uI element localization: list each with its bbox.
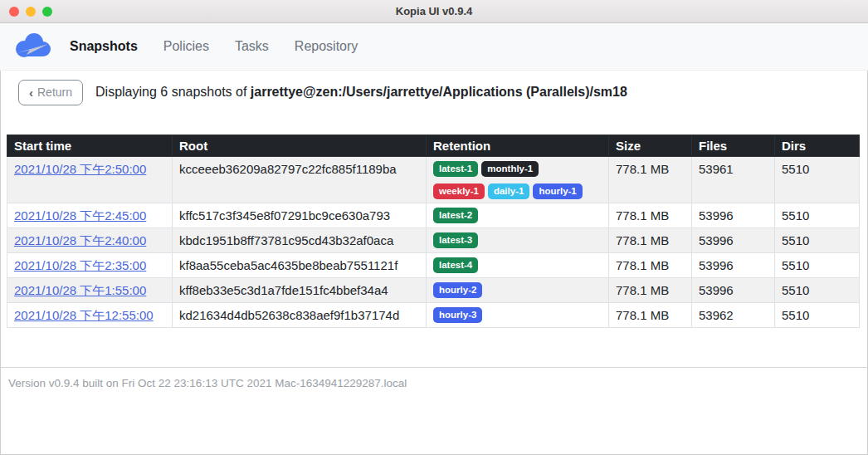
- column-header-dirs[interactable]: Dirs: [775, 135, 860, 157]
- cell-retention: latest-2: [427, 203, 609, 228]
- cell-size: 778.1 MB: [609, 203, 692, 228]
- start-time-link[interactable]: 2021/10/28 下午2:35:00: [14, 258, 146, 272]
- cell-start-time: 2021/10/28 下午2:45:00: [7, 203, 173, 228]
- table-header-row: Start timeRootRetentionSizeFilesDirs: [7, 135, 860, 157]
- cell-files: 53996: [692, 253, 775, 278]
- snapshot-summary: Displaying 6 snapshots of jarrettye@zen:…: [95, 85, 627, 100]
- retention-badges: hourly-3: [433, 306, 602, 323]
- nav-item-policies[interactable]: Policies: [163, 39, 209, 54]
- return-button[interactable]: ‹ Return: [18, 80, 83, 105]
- start-time-link[interactable]: 2021/10/28 下午1:55:00: [14, 283, 146, 297]
- table-row: 2021/10/28 下午2:40:00kbdc1951b8ff73781c95…: [7, 228, 860, 253]
- cell-files: 53996: [692, 203, 775, 228]
- cell-root: kd21634d4db52638c838aef9f1b37174d: [173, 303, 427, 328]
- cell-size: 778.1 MB: [609, 228, 692, 253]
- app-window: Kopia UI v0.9.4 SnapshotsPoliciesTasksRe…: [0, 0, 868, 455]
- cell-size: 778.1 MB: [609, 303, 692, 328]
- version-footer: Version v0.9.4 built on Fri Oct 22 23:16…: [8, 377, 868, 389]
- cell-files: 53996: [692, 228, 775, 253]
- cell-retention: hourly-2: [427, 278, 609, 303]
- cell-root: kf8aa55ceba5ac4635be8beab7551121f: [173, 253, 427, 278]
- cell-size: 778.1 MB: [609, 157, 692, 203]
- cell-size: 778.1 MB: [609, 278, 692, 303]
- minimize-button[interactable]: [26, 7, 36, 17]
- retention-badges: latest-3: [433, 232, 602, 248]
- snapshots-table: Start timeRootRetentionSizeFilesDirs 202…: [7, 135, 860, 328]
- retention-badge: monthly-1: [481, 161, 539, 177]
- start-time-link[interactable]: 2021/10/28 下午2:50:00: [14, 162, 146, 176]
- cell-start-time: 2021/10/28 下午2:40:00: [7, 228, 173, 253]
- start-time-link[interactable]: 2021/10/28 下午2:45:00: [14, 208, 146, 223]
- cell-retention: hourly-3: [427, 303, 609, 328]
- retention-badges: latest-4: [433, 257, 602, 273]
- column-header-retention[interactable]: Retention: [427, 135, 609, 157]
- column-header-size[interactable]: Size: [609, 135, 692, 157]
- titlebar: Kopia UI v0.9.4: [0, 0, 868, 23]
- column-header-start-time[interactable]: Start time: [7, 135, 173, 157]
- summary-prefix: Displaying 6 snapshots of: [95, 85, 251, 99]
- retention-badge: latest-4: [433, 257, 478, 273]
- retention-badge: hourly-3: [433, 307, 482, 323]
- toolbar: ‹ Return Displaying 6 snapshots of jarre…: [18, 79, 868, 105]
- return-button-label: Return: [37, 86, 72, 99]
- cell-start-time: 2021/10/28 下午2:35:00: [7, 253, 173, 278]
- cell-size: 778.1 MB: [609, 253, 692, 278]
- cell-files: 53962: [692, 303, 775, 328]
- table-row: 2021/10/28 下午2:50:00kcceeeb36209a82797c2…: [7, 157, 860, 203]
- kopia-logo-icon: [13, 31, 55, 62]
- cell-root: kff8eb33e5c3d1a7fde151fc4bbef34a4: [173, 278, 427, 303]
- traffic-lights: [9, 7, 52, 17]
- snapshot-source-path: jarrettye@zen:/Users/jarrettye/Applicati…: [251, 85, 627, 99]
- retention-badges: latest-1monthly-1weekly-1daily-1hourly-1: [433, 160, 602, 199]
- retention-badge: hourly-1: [533, 183, 582, 199]
- cell-start-time: 2021/10/28 下午1:55:00: [7, 278, 173, 303]
- retention-badges: latest-2: [433, 207, 602, 223]
- nav-item-tasks[interactable]: Tasks: [235, 39, 269, 54]
- retention-badge: latest-1: [433, 161, 478, 177]
- retention-badge: daily-1: [488, 183, 529, 199]
- cell-start-time: 2021/10/28 下午12:55:00: [7, 303, 173, 328]
- nav-items: SnapshotsPoliciesTasksRepository: [70, 39, 358, 54]
- column-header-files[interactable]: Files: [692, 135, 775, 157]
- retention-badges: hourly-2: [433, 281, 602, 298]
- table-row: 2021/10/28 下午2:35:00kf8aa55ceba5ac4635be…: [7, 253, 860, 278]
- cell-root: kcceeeb36209a82797c22fc885f1189ba: [173, 157, 427, 203]
- cell-retention: latest-1monthly-1weekly-1daily-1hourly-1: [427, 157, 609, 203]
- retention-badge: latest-2: [433, 208, 478, 223]
- navbar: SnapshotsPoliciesTasksRepository: [0, 23, 868, 71]
- cell-retention: latest-4: [427, 253, 609, 278]
- column-header-root[interactable]: Root: [173, 135, 427, 157]
- nav-item-repository[interactable]: Repository: [295, 39, 358, 54]
- cell-files: 53961: [692, 157, 775, 203]
- cell-dirs: 5510: [775, 303, 860, 328]
- cell-dirs: 5510: [775, 157, 860, 203]
- table-row: 2021/10/28 下午1:55:00kff8eb33e5c3d1a7fde1…: [7, 278, 860, 303]
- close-button[interactable]: [9, 7, 19, 17]
- footer-divider: [0, 367, 868, 368]
- retention-badge: hourly-2: [433, 282, 482, 298]
- window-title: Kopia UI v0.9.4: [396, 5, 472, 17]
- fullscreen-button[interactable]: [42, 7, 52, 17]
- nav-item-snapshots[interactable]: Snapshots: [70, 39, 138, 54]
- retention-badge: latest-3: [433, 232, 478, 248]
- start-time-link[interactable]: 2021/10/28 下午2:40:00: [14, 233, 146, 247]
- cell-dirs: 5510: [775, 253, 860, 278]
- table-row: 2021/10/28 下午2:45:00kffc517c3f345e8f0729…: [7, 203, 860, 228]
- cell-root: kbdc1951b8ff73781c95cd43b32af0aca: [173, 228, 427, 253]
- retention-badge: weekly-1: [433, 183, 485, 199]
- cell-dirs: 5510: [775, 203, 860, 228]
- cell-retention: latest-3: [427, 228, 609, 253]
- cell-start-time: 2021/10/28 下午2:50:00: [7, 157, 173, 203]
- cell-dirs: 5510: [775, 228, 860, 253]
- cell-files: 53996: [692, 278, 775, 303]
- table-row: 2021/10/28 下午12:55:00kd21634d4db52638c83…: [7, 303, 860, 328]
- cell-dirs: 5510: [775, 278, 860, 303]
- chevron-left-icon: ‹: [29, 86, 33, 99]
- snapshot-table-body: 2021/10/28 下午2:50:00kcceeeb36209a82797c2…: [7, 157, 860, 328]
- start-time-link[interactable]: 2021/10/28 下午12:55:00: [14, 308, 154, 322]
- cell-root: kffc517c3f345e8f07291bc9ce630a793: [173, 203, 427, 228]
